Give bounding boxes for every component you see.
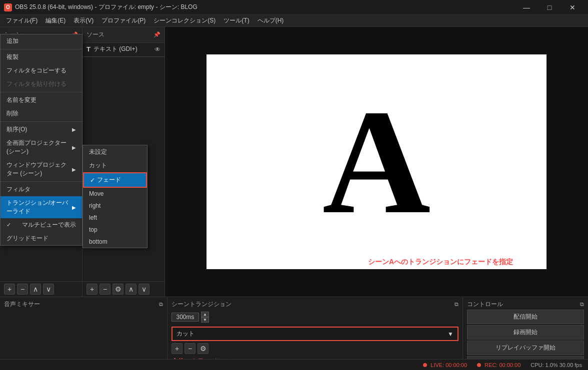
sources-pin-icon: 📌 — [154, 31, 160, 38]
sub-cut[interactable]: カット — [83, 159, 147, 172]
ctx-fullscreen-projector[interactable]: 全画面プロジェクター (シーン) ▶ — [0, 136, 82, 158]
sub-bottom[interactable]: bottom — [83, 236, 147, 248]
sources-divider — [82, 56, 164, 57]
transition-dropdown-arrow: ▼ — [448, 331, 454, 338]
ctx-sep-1 — [0, 49, 82, 49]
source-add-button[interactable]: + — [86, 284, 98, 295]
title-bar-controls: — □ ✕ — [515, 0, 584, 15]
title-bar-left: O OBS 25.0.8 (64-bit, windows) - プロファイル:… — [4, 3, 198, 11]
source-settings-button[interactable]: ⚙ — [112, 284, 124, 295]
ctx-window-arrow: ▶ — [72, 167, 76, 172]
scene-remove-button[interactable]: − — [17, 284, 28, 295]
ctx-multiview-label: マルチビューで表示 — [22, 221, 76, 229]
annotation-text: シーンAへのトランジションにフェードを指定 — [368, 258, 513, 267]
sub-right[interactable]: right — [83, 200, 147, 212]
status-rec: REC: 00:00:00 — [477, 362, 520, 368]
submenu-transition: 未設定 カット ✓ フェード Move right left top botto… — [82, 145, 148, 248]
duration-up-arrow[interactable]: ▲ — [201, 312, 209, 317]
minimize-button[interactable]: — — [515, 0, 538, 15]
ctx-check-icon: ✓ — [6, 222, 11, 228]
transition-toolbar: + − ⚙ — [172, 343, 458, 354]
duration-control: ▲ ▼ — [172, 312, 458, 323]
ctx-transition-label: トランジション/オーバーライド — [6, 199, 72, 216]
transition-dropdown[interactable]: カット ▼ — [172, 327, 458, 341]
menu-profile[interactable]: プロファイル(P) — [98, 15, 150, 27]
source-text-label: テキスト (GDI+) — [94, 45, 138, 53]
menu-view[interactable]: 表示(V) — [70, 15, 98, 27]
sub-check-icon: ✓ — [90, 177, 95, 184]
menu-file[interactable]: ファイル(F) — [2, 15, 42, 27]
duration-input[interactable] — [172, 313, 199, 322]
ctx-window-label: ウィンドウプロジェクター (シーン) — [6, 161, 72, 178]
ctx-rename[interactable]: 名前を変更 — [0, 93, 82, 107]
menu-edit[interactable]: 編集(E) — [42, 15, 70, 27]
sources-toolbar: + − ⚙ ∧ ∨ — [82, 281, 164, 297]
ctx-order[interactable]: 順序(O) ▶ — [0, 123, 82, 136]
source-text-icon: T — [86, 45, 90, 53]
sub-left[interactable]: left — [83, 212, 147, 224]
controls-header: コントロール ⧉ — [467, 299, 584, 310]
context-menu: 追加 複製 フィルタをコピーする フィルタを貼り付ける 名前を変更 削除 順序(… — [0, 34, 82, 246]
ctx-sep-3 — [0, 121, 82, 122]
scene-up-button[interactable]: ∧ — [30, 284, 41, 295]
source-down-button[interactable]: ∨ — [138, 284, 150, 295]
ctx-multiview[interactable]: ✓ マルチビューで表示 — [0, 218, 82, 232]
ctx-delete[interactable]: 削除 — [0, 107, 82, 120]
ctx-sep-4 — [0, 181, 82, 182]
scene-down-button[interactable]: ∨ — [43, 284, 54, 295]
ctx-transition-arrow: ▶ — [72, 205, 76, 210]
sub-fade-label: フェード — [97, 176, 121, 184]
sub-top[interactable]: top — [83, 224, 147, 236]
transition-settings-button[interactable]: ⚙ — [198, 343, 208, 354]
scene-transition-header: シーントランジション ⧉ — [172, 299, 458, 310]
source-up-button[interactable]: ∧ — [126, 284, 136, 295]
ctx-fullscreen-arrow: ▶ — [72, 145, 76, 150]
menu-bar: ファイル(F) 編集(E) 表示(V) プロファイル(P) シーンコレクション(… — [0, 15, 588, 27]
audio-mixer-label: 音声ミキサー — [4, 300, 40, 309]
menu-help[interactable]: ヘルプ(H) — [254, 15, 288, 27]
controls-label: コントロール — [467, 300, 503, 309]
preview-letter: A — [322, 87, 431, 237]
ctx-window-projector[interactable]: ウィンドウプロジェクター (シーン) ▶ — [0, 158, 82, 180]
scene-transition-expand-icon[interactable]: ⧉ — [454, 301, 458, 308]
start-recording-button[interactable]: 録画開始 — [467, 325, 584, 340]
transition-remove-button[interactable]: − — [184, 343, 196, 354]
ctx-order-label: 順序(O) — [6, 125, 27, 134]
sub-unset[interactable]: 未設定 — [83, 145, 147, 159]
duration-arrows: ▲ ▼ — [201, 312, 209, 323]
maximize-button[interactable]: □ — [538, 0, 561, 15]
ctx-transition-override[interactable]: トランジション/オーバーライド ▶ — [0, 196, 82, 218]
ctx-grid-mode[interactable]: グリッドモード — [0, 232, 82, 245]
status-cpu: CPU: 1.0% 30.00 fps — [530, 362, 582, 368]
source-visibility-icon[interactable]: 👁 — [154, 46, 160, 53]
sub-fade[interactable]: ✓ フェード — [83, 172, 147, 188]
obs-icon: O — [4, 3, 12, 11]
duration-down-arrow[interactable]: ▼ — [201, 317, 209, 323]
scene-transition-label: シーントランジション — [172, 300, 232, 309]
sub-move[interactable]: Move — [83, 188, 147, 200]
rec-dot — [477, 363, 481, 367]
live-dot — [423, 363, 427, 367]
controls-expand-icon[interactable]: ⧉ — [580, 301, 584, 308]
menu-tools[interactable]: ツール(T) — [220, 15, 253, 27]
transition-add-button[interactable]: + — [172, 343, 182, 354]
ctx-add[interactable]: 追加 — [0, 34, 82, 48]
status-bar: LIVE: 00:00:00 REC: 00:00:00 CPU: 1.0% 3… — [0, 359, 588, 370]
scene-add-button[interactable]: + — [4, 284, 15, 295]
scenes-toolbar: + − ∧ ∨ — [0, 281, 82, 297]
source-item-text[interactable]: T テキスト (GDI+) 👁 — [82, 43, 164, 55]
source-remove-button[interactable]: − — [100, 284, 110, 295]
sources-label: ソース — [86, 30, 104, 39]
close-button[interactable]: ✕ — [561, 0, 584, 15]
title-bar: O OBS 25.0.8 (64-bit, windows) - プロファイル:… — [0, 0, 588, 15]
ctx-paste-filter: フィルタを貼り付ける — [0, 77, 82, 91]
ctx-duplicate[interactable]: 複製 — [0, 50, 82, 64]
start-replay-button[interactable]: リプレイバッファ開始 — [467, 341, 584, 355]
ctx-copy-filter[interactable]: フィルタをコピーする — [0, 64, 82, 77]
start-streaming-button[interactable]: 配信開始 — [467, 310, 584, 324]
ctx-filter[interactable]: フィルタ — [0, 183, 82, 196]
menu-scene-collection[interactable]: シーンコレクション(S) — [150, 15, 220, 27]
audio-mixer-expand-icon[interactable]: ⧉ — [159, 301, 163, 308]
transition-dropdown-value: カット — [176, 330, 194, 338]
sources-header: ソース 📌 — [82, 27, 164, 43]
